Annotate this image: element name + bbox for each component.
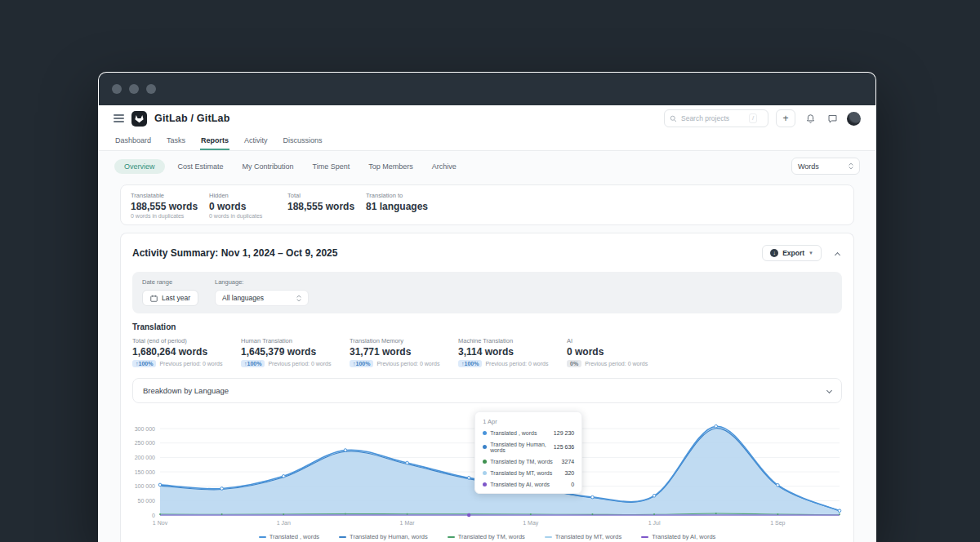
- summary-stats-card: Translatable 188,555 words 0 words in du…: [120, 184, 854, 225]
- legend-item-translated[interactable]: Translated , words: [259, 533, 319, 540]
- window-minimize-button[interactable]: [129, 84, 139, 94]
- download-icon: ↓: [770, 249, 778, 257]
- activity-chart: 050 000100 000150 000200 000250 000300 0…: [132, 413, 842, 531]
- date-range-button[interactable]: Last year: [142, 290, 198, 306]
- svg-text:300 000: 300 000: [135, 426, 155, 432]
- series-dot-icon: [483, 445, 487, 449]
- language-filter: Language: All languages: [215, 278, 309, 306]
- series-dot-icon: [483, 471, 487, 475]
- stat-hidden: Hidden 0 words 0 words in duplicates: [209, 192, 287, 219]
- tooltip-row: Translated by MT, words320: [483, 467, 574, 478]
- svg-text:1 Mar: 1 Mar: [400, 520, 416, 526]
- legend-item-tm[interactable]: Translated by TM, words: [448, 533, 525, 540]
- create-new-button[interactable]: +: [776, 109, 795, 127]
- svg-text:1 Sep: 1 Sep: [770, 520, 785, 526]
- stat-translatable: Translatable 188,555 words 0 words in du…: [131, 192, 209, 219]
- breakdown-by-language-panel[interactable]: Breakdown by Language: [132, 378, 842, 403]
- trend-badge: ↑100%: [350, 360, 373, 367]
- legend-item-ai[interactable]: Translated by AI, words: [641, 533, 715, 540]
- chart-legend: Translated , words Translated by Human, …: [132, 533, 842, 540]
- search-box[interactable]: /: [664, 109, 768, 127]
- window-titlebar: [99, 73, 875, 105]
- page-title: GitLab / GitLab: [154, 113, 230, 124]
- caret-down-icon: ▼: [808, 251, 813, 255]
- series-dot-icon: [483, 460, 487, 464]
- svg-text:50 000: 50 000: [138, 498, 156, 504]
- series-dash-icon: [641, 536, 648, 538]
- activity-summary-title: Activity Summary: Nov 1, 2024 – Oct 9, 2…: [132, 247, 337, 259]
- window-close-button[interactable]: [112, 84, 122, 94]
- date-range-filter: Date range Last year: [142, 278, 198, 306]
- subtab-my-contribution[interactable]: My Contribution: [237, 159, 300, 174]
- search-shortcut-hint: /: [749, 113, 757, 123]
- svg-text:200 000: 200 000: [135, 455, 155, 460]
- notifications-button[interactable]: [803, 111, 817, 126]
- search-icon: [670, 115, 677, 122]
- svg-text:1 Jul: 1 Jul: [648, 520, 661, 526]
- updown-icon: [849, 162, 853, 170]
- stat-translation-to: Translation to 81 languages: [366, 192, 444, 219]
- svg-text:1 Nov: 1 Nov: [153, 520, 168, 526]
- legend-item-mt[interactable]: Translated by MT, words: [545, 533, 621, 540]
- export-button[interactable]: ↓ Export ▼: [762, 245, 822, 261]
- metric-tm: Translation Memory 31,771 words ↑100%Pre…: [350, 337, 458, 367]
- bell-icon: [805, 113, 816, 124]
- trend-badge: ↑100%: [241, 360, 265, 367]
- unit-selector[interactable]: Words: [791, 158, 860, 175]
- chart-tooltip: 1 Apr Translated , words129 230 Translat…: [474, 411, 582, 494]
- svg-text:1 Jan: 1 Jan: [277, 520, 291, 526]
- svg-text:150 000: 150 000: [135, 469, 155, 475]
- tooltip-row: Translated by TM, words3274: [483, 455, 574, 467]
- menu-icon[interactable]: [114, 114, 124, 122]
- series-dash-icon: [448, 536, 455, 538]
- language-select[interactable]: All languages: [215, 290, 309, 306]
- tooltip-row: Translated by Human, words125 636: [483, 438, 574, 455]
- metric-mt: Machine Translation 3,114 words ↑100%Pre…: [458, 337, 567, 367]
- filter-panel: Date range Last year Language: All langu…: [132, 272, 842, 313]
- gitlab-logo-icon: [131, 111, 147, 127]
- tab-activity[interactable]: Activity: [243, 133, 269, 150]
- series-dot-icon: [483, 482, 487, 486]
- metric-total: Total (end of period) 1,680,264 words ↑1…: [132, 337, 241, 367]
- calendar-icon: [150, 295, 158, 302]
- window-maximize-button[interactable]: [146, 84, 156, 94]
- chat-icon: [827, 113, 838, 124]
- app-header: GitLab / GitLab / +: [99, 105, 875, 130]
- subtab-overview[interactable]: Overview: [114, 159, 165, 174]
- series-dash-icon: [339, 536, 346, 538]
- tab-dashboard[interactable]: Dashboard: [114, 133, 152, 150]
- svg-text:250 000: 250 000: [135, 440, 155, 446]
- collapse-section-button[interactable]: [833, 243, 842, 263]
- updown-icon: [296, 295, 301, 302]
- svg-text:100 000: 100 000: [135, 483, 155, 489]
- legend-item-human[interactable]: Translated by Human, words: [339, 533, 428, 540]
- tab-tasks[interactable]: Tasks: [166, 133, 186, 150]
- svg-text:1 May: 1 May: [523, 520, 539, 526]
- series-dash-icon: [259, 536, 266, 538]
- subtab-time-spent[interactable]: Time Spent: [307, 159, 356, 174]
- tab-reports[interactable]: Reports: [200, 133, 229, 150]
- activity-summary-card: Activity Summary: Nov 1, 2024 – Oct 9, 2…: [120, 233, 854, 542]
- metric-human: Human Translation 1,645,379 words ↑100%P…: [241, 337, 350, 367]
- tab-discussions[interactable]: Discussions: [283, 133, 323, 150]
- subtab-top-members[interactable]: Top Members: [363, 159, 419, 174]
- messages-button[interactable]: [825, 111, 840, 126]
- search-input[interactable]: [681, 114, 745, 122]
- chevron-up-icon: [835, 252, 840, 258]
- metric-ai: AI 0 words 0%Previous period: 0 words: [567, 337, 675, 367]
- series-dot-icon: [483, 431, 487, 435]
- chevron-down-icon: [826, 388, 832, 393]
- user-avatar[interactable]: [847, 112, 861, 126]
- translation-heading: Translation: [132, 322, 842, 331]
- app-window: GitLab / GitLab / + Dashboard Tasks: [98, 72, 876, 542]
- tooltip-row: Translated , words129 230: [483, 427, 574, 438]
- subtab-bar: Overview Cost Estimate My Contribution T…: [99, 151, 875, 182]
- subtab-cost-estimate[interactable]: Cost Estimate: [172, 159, 229, 174]
- subtab-archive[interactable]: Archive: [426, 159, 462, 174]
- svg-text:0: 0: [152, 513, 155, 518]
- stat-total: Total 188,555 words: [287, 192, 366, 219]
- translation-section: Translation Total (end of period) 1,680,…: [132, 322, 842, 367]
- trend-badge: 0%: [567, 360, 581, 367]
- trend-badge: ↑100%: [132, 360, 156, 367]
- series-dash-icon: [545, 536, 552, 538]
